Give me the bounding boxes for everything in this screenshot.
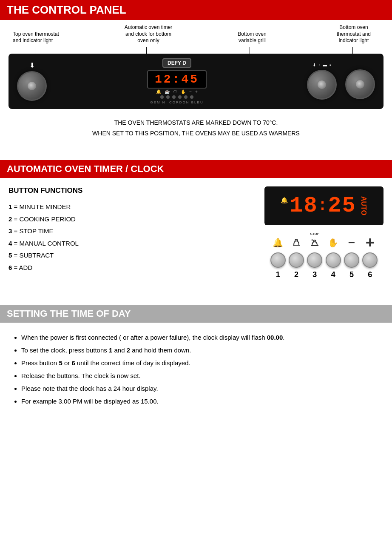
plus-symbol: + [366,236,375,249]
setting-time-section: When the power is first connected ( or a… [0,323,392,416]
btn3-icon-container: STOP [307,232,322,249]
buttons-circles-row [264,252,383,268]
buttons-numbers-row: 1 2 3 4 5 6 [264,270,383,279]
timer-display-inner: 🔔 18:25 AUTO [275,193,373,218]
button-4-circle[interactable] [326,252,341,268]
annotations-row: Top oven thermostat and indicator light … [9,24,383,44]
btn1-label: = MINUTE MINDER [12,203,71,210]
bottom-grill-indicators: ⬇ • ▬ ▪ [312,63,331,67]
button-functions-list: 1 = MINUTE MINDER 2 = COOKING PERIOD 3 =… [9,201,252,274]
annotation-top-oven: Top oven thermostat and indicator light [13,31,64,44]
btn2-icon-container [289,236,304,249]
bell-icon: 🔔 [273,236,283,249]
bottom-thermostat-indicator [358,63,362,67]
buttons-icons-row: 🔔 STOP [264,232,383,249]
button-3-circle[interactable] [307,252,322,268]
btn6-icon-container: + [362,236,378,249]
btn5-label: = SUBTRACT [12,252,54,259]
btn4-icon-container: ✋ [326,236,341,249]
timer-bell-icon: 🔔 [281,197,288,203]
bullet-3: Press button 5 or 6 until the correct ti… [21,357,383,369]
bottom-grill-section: ⬇ • ▬ ▪ [307,63,337,100]
oven-center-section: DEFY D 12:45 🔔 ☕ ⏱ ✋ − + GEMINI CORDON B… [55,58,298,104]
thermostat-line1: THE OVEN THERMOSTATS ARE MARKED DOWN TO … [13,117,379,128]
button-4-label: 4 [326,270,341,279]
button-5-label: 5 [344,270,359,279]
top-oven-section: ⬇ [17,61,47,101]
button-2-circle[interactable] [289,252,304,268]
thermostat-line2: WHEN SET TO THIS POSITION, THE OVENS MAY… [13,128,379,139]
button-5-circle[interactable] [344,252,359,268]
bottom-grill-knob[interactable] [307,70,337,100]
oven-right-section: ⬇ • ▬ ▪ [307,63,375,100]
button-3-label: 3 [307,270,322,279]
button-6-label: 6 [362,270,378,279]
cooking-icon [291,236,301,249]
top-oven-knob[interactable] [17,71,47,101]
setting-time-bullets: When the power is first connected ( or a… [9,331,383,408]
buttons-panel: 🔔 STOP [264,232,383,279]
btn5-icon-container: − [344,236,359,249]
bullet-6: For example 3.00 PM will be displayed as… [21,395,383,408]
bullet-1: When the power is first connected ( or a… [21,331,383,344]
oven-panel: ⬇ DEFY D 12:45 🔔 ☕ ⏱ ✋ − + GEMINI CORDON… [9,54,383,109]
minus-symbol: − [348,236,355,249]
hand-icon: ✋ [328,236,338,249]
button-1-circle[interactable] [270,252,286,268]
bullet-2: To set the clock, press buttons 1 and 2 … [21,344,383,357]
button-functions-section: BUTTON FUNCTIONS 1 = MINUTE MINDER 2 = C… [0,178,392,288]
btn2-label: = COOKING PERIOD [12,215,76,223]
clock-buttons-icons: 🔔 ☕ ⏱ ✋ − + [156,89,198,94]
btn4-label: = MANUAL CONTROL [12,240,79,247]
button-functions-text: BUTTON FUNCTIONS 1 = MINUTE MINDER 2 = C… [9,186,252,279]
btn1-icon-container: 🔔 [270,236,286,249]
annotation-bottom-grill: Bottom oven variable grill [233,31,271,44]
clock-display: 12:45 [147,70,207,89]
timer-auto-label: AUTO [360,196,367,215]
button-functions-heading: BUTTON FUNCTIONS [9,186,252,195]
timer-digits: 18:25 [290,193,356,218]
bullet-5: Please note that the clock has a 24 hour… [21,382,383,395]
button-6-circle[interactable] [362,252,378,268]
button-1-label: 1 [270,270,286,279]
button-functions-right: 🔔 18:25 AUTO 🔔 [264,186,383,279]
stop-label: STOP [310,232,319,236]
btn3-label: = STOP TIME [12,227,53,235]
defy-logo: DEFY D [162,58,191,68]
control-panel-section: Top oven thermostat and indicator light … [0,20,392,156]
btn6-label: = ADD [12,264,32,271]
annotation-auto-timer: Automatic oven timer and clock for botto… [121,24,176,44]
bullet-4: Release the buttons. The clock is now se… [21,369,383,382]
thermostat-text-block: THE OVEN THERMOSTATS ARE MARKED DOWN TO … [9,109,383,147]
timer-display-box: 🔔 18:25 AUTO [264,186,383,225]
brand-label: GEMINI CORDON BLEU [150,100,203,104]
page-title: THE CONTROL PANEL [0,0,392,20]
section-header-timer: AUTOMATIC OVEN TIMER / CLOCK [0,160,392,178]
top-oven-indicator-icon: ⬇ [29,61,35,69]
annotation-bottom-thermostat: Bottom oven thermostat and indicator lig… [328,24,379,44]
bottom-thermostat-section [345,63,375,99]
section-header-setting-time: SETTING THE TIME OF DAY [0,305,392,323]
button-2-label: 2 [289,270,304,279]
stop-icon [310,236,320,249]
bottom-thermostat-knob[interactable] [345,69,375,99]
